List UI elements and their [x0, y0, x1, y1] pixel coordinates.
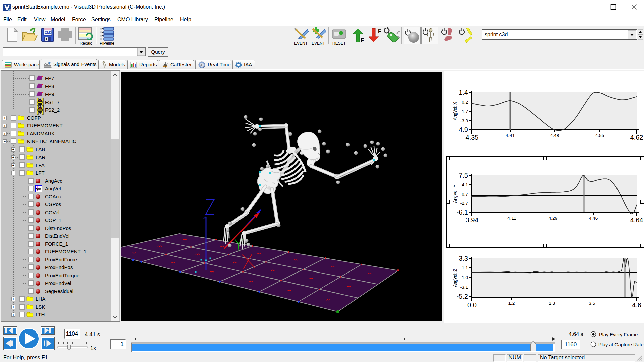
- svg-text:4.6: 4.6: [632, 301, 641, 309]
- svg-text:4.55: 4.55: [595, 133, 604, 138]
- svg-text:4.29: 4.29: [549, 216, 557, 221]
- svg-text:AngVel::X: AngVel::X: [453, 102, 458, 120]
- svg-text:CM2: CM2: [45, 31, 52, 35]
- svg-text:4.1: 4.1: [462, 182, 468, 187]
- svg-text:1.4: 1.4: [459, 88, 468, 96]
- svg-text:4.48: 4.48: [550, 133, 559, 138]
- svg-text:4.11: 4.11: [507, 216, 516, 221]
- svg-text:1.2: 1.2: [508, 301, 515, 306]
- svg-text:3.5: 3.5: [589, 301, 595, 306]
- svg-text:-4.9: -4.9: [457, 126, 468, 133]
- svg-text:7.5: 7.5: [459, 172, 468, 179]
- svg-text:0.0: 0.0: [467, 301, 477, 309]
- svg-text:F: F: [361, 38, 364, 43]
- svg-text:4.41: 4.41: [506, 133, 515, 138]
- svg-text:-5.2: -5.2: [457, 293, 468, 300]
- svg-text:4.64: 4.64: [630, 216, 643, 224]
- svg-text:4.62: 4.62: [630, 134, 643, 141]
- svg-text:-3.3: -3.3: [460, 118, 468, 123]
- svg-text:-2.7: -2.7: [460, 201, 468, 206]
- svg-text:1.1: 1.1: [462, 265, 468, 270]
- svg-text:4.35: 4.35: [466, 134, 479, 141]
- svg-text:AngVel::Z: AngVel::Z: [453, 269, 458, 287]
- svg-text:2.3: 2.3: [549, 301, 555, 306]
- svg-text:F: F: [378, 28, 381, 34]
- svg-text:1.0: 1.0: [462, 275, 468, 280]
- svg-text:0.2: 0.2: [462, 100, 468, 105]
- svg-text:0.7: 0.7: [462, 192, 468, 197]
- svg-text:AngVel::Y: AngVel::Y: [453, 184, 458, 203]
- svg-text:1.7: 1.7: [462, 109, 468, 114]
- svg-text:3d: 3d: [8, 8, 11, 11]
- svg-text:-3.1: -3.1: [460, 285, 468, 290]
- svg-text:3.3: 3.3: [459, 255, 468, 262]
- svg-text:-6.1: -6.1: [457, 208, 468, 216]
- svg-text:4.46: 4.46: [589, 216, 598, 221]
- svg-text:3.94: 3.94: [466, 216, 479, 224]
